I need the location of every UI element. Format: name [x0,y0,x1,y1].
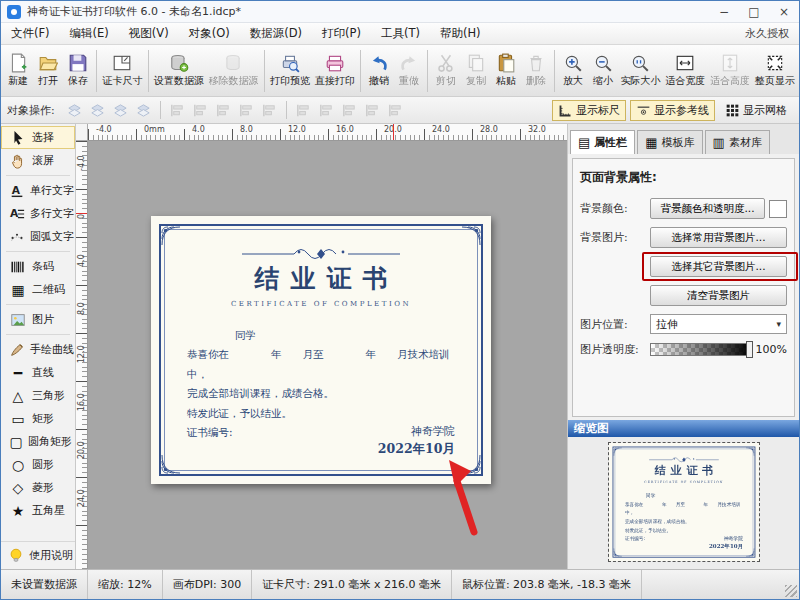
direct-print-button[interactable]: 直接打印 [312,47,357,95]
undo-button[interactable]: 撤销 [364,47,394,95]
certificate-salutation: 同学 [646,492,747,501]
toolbar-separator [264,50,265,92]
hand-icon [9,153,27,169]
flourish-ornament-icon [646,456,721,463]
menu-help[interactable]: 帮助(H) [430,23,491,44]
fit-width-button[interactable]: 适合宽度 [663,47,708,95]
zoom-in-icon [563,53,583,73]
set-datasource-button[interactable]: 设置数据源 [152,47,206,95]
tool-multi-line-text-label: 多行文字 [30,206,74,221]
tab-templates[interactable]: ▦模板库 [637,130,702,154]
tab-materials-label: 素材库 [729,135,762,150]
certificate-thumbnail[interactable]: 结业证书 CERTIFICATE OF COMPLETION 同学 恭喜你在 年… [609,443,759,561]
copy-button: 复制 [461,47,491,95]
corner-flourish-icon [745,548,755,558]
tool-rectangle[interactable]: ▭矩形 [1,407,75,430]
minimize-button[interactable]: − [709,1,739,22]
tool-scroll[interactable]: 滚屏 [1,149,75,172]
card-size-button[interactable]: 证卡尺寸 [100,47,145,95]
opacity-slider-handle[interactable] [746,341,753,358]
tool-rounded-rectangle[interactable]: ▢圆角矩形 [1,430,75,453]
tool-qrcode[interactable]: ▦二维码 [1,278,75,301]
clear-bg-button[interactable]: 清空背景图片 [650,285,787,306]
arc-text-icon [9,229,25,245]
window-title: 神奇证卡证书打印软件 6.0 - 未命名1.idcp* [27,4,241,19]
tab-templates-label: 模板库 [662,135,695,150]
ruler-label: 4.0 [77,254,86,267]
certificate-page[interactable]: 结业证书 CERTIFICATE OF COMPLETION 同学 恭喜你在 年… [151,216,491,484]
save-button[interactable]: 保存 [63,47,93,95]
bg-color-button[interactable]: 背景颜色和透明度... [650,198,765,219]
send-to-back-icon [86,102,109,119]
whole-page-button[interactable]: 整页显示 [752,47,797,95]
tool-multi-line-text[interactable]: A多行文字 [1,202,75,225]
maximize-button[interactable]: □ [739,1,769,22]
menu-object[interactable]: 对象(O) [179,23,240,44]
actual-size-button[interactable]: 实际大小 [618,47,663,95]
menu-view[interactable]: 视图(V) [119,23,179,44]
fit-height-label: 适合高度 [710,74,750,88]
flourish-ornament-icon [236,246,406,262]
menu-print[interactable]: 打印(P) [312,23,371,44]
show-ruler-label: 显示标尺 [576,103,620,118]
opacity-slider[interactable] [650,343,752,356]
align-horizontal-icon [235,102,258,119]
rounded-rect-icon: ▢ [9,435,23,449]
ruler-label: 16.0 [336,125,354,134]
tool-single-line-text[interactable]: A单行文字 [1,179,75,202]
guideline-icon [636,103,651,118]
show-guides-toggle[interactable]: 显示参考线 [630,100,715,121]
tool-freehand-curve[interactable]: 手绘曲线 [1,338,75,361]
bg-color-swatch[interactable] [769,200,787,218]
tool-circle[interactable]: ○圆形 [1,453,75,476]
tab-materials[interactable]: ▥素材库 [705,130,770,154]
tool-image[interactable]: 图片 [1,308,75,331]
tool-triangle[interactable]: △三角形 [1,384,75,407]
tool-arc-text[interactable]: 圆弧文字 [1,225,75,248]
tool-select[interactable]: 选择 [1,126,75,149]
corner-flourish-icon [613,548,623,558]
print-preview-label: 打印预览 [270,74,310,88]
same-width-icon [361,102,384,119]
new-button[interactable]: 新建 [3,47,33,95]
tool-straight-line[interactable]: ━直线 [1,361,75,384]
material-tab-icon: ▥ [713,136,725,149]
menu-datasource[interactable]: 数据源(D) [240,23,312,44]
open-button[interactable]: 打开 [33,47,63,95]
tool-diamond[interactable]: ◇菱形 [1,476,75,499]
palette-separator [6,304,70,305]
view-toggles: 显示标尺显示参考线显示网格 [552,100,793,121]
ruler-label: 12.0 [288,125,306,134]
tool-star[interactable]: ★五角星 [1,499,75,522]
certificate-issuer: 神奇学院 [709,535,743,542]
ruler-label: 12.0 [77,345,86,363]
set-datasource-icon [169,53,189,73]
zoom-in-button[interactable]: 放大 [558,47,588,95]
certificate-body-line: 特发此证，予以结业。 [625,526,748,535]
tool-barcode[interactable]: 条码 [1,255,75,278]
menu-edit[interactable]: 编辑(E) [60,23,119,44]
print-preview-button[interactable]: 打印预览 [268,47,313,95]
select-other-bg-button[interactable]: 选择其它背景图片... [650,256,787,277]
ruler-label: -4.0 [96,125,112,134]
open-label: 打开 [38,74,58,88]
tab-properties-label: 属性栏 [594,135,627,150]
show-grid-toggle[interactable]: 显示网格 [719,100,793,121]
show-ruler-toggle[interactable]: 显示标尺 [552,100,626,121]
undo-label: 撤销 [369,74,389,88]
usage-help-button[interactable]: 使用说明 [1,541,75,565]
design-canvas[interactable]: 结业证书 CERTIFICATE OF COMPLETION 同学 恭喜你在 年… [88,141,567,569]
remove-datasource-label: 移除数据源 [208,74,258,88]
new-label: 新建 [8,74,28,88]
menu-tools[interactable]: 工具(T) [371,23,430,44]
select-common-bg-button[interactable]: 选择常用背景图片... [650,227,787,248]
image-position-dropdown[interactable]: 拉伸 ▾ [650,314,787,334]
zoom-out-button[interactable]: 缩小 [588,47,618,95]
copy-label: 复制 [466,74,486,88]
tab-properties[interactable]: ▤属性栏 [570,130,635,154]
menu-file[interactable]: 文件(F) [1,23,60,44]
image-position-label: 图片位置: [580,317,646,332]
close-button[interactable]: × [769,1,799,22]
fit-width-icon [675,53,695,73]
paste-button[interactable]: 粘贴 [491,47,521,95]
